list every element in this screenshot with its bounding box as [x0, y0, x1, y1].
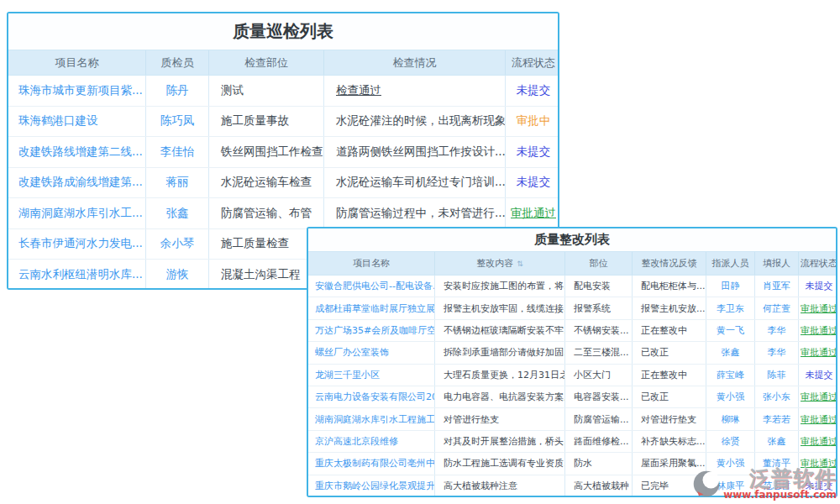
workflow-status[interactable]: 未提交 — [799, 276, 837, 297]
project-name-link[interactable]: 龙湖三千里小区 — [308, 365, 435, 386]
rectification-content: 拆除到承重墙部分请做好加固... — [435, 342, 565, 363]
part: 高大植被栽种 — [565, 475, 633, 497]
inspection-part: 铁丝网围挡工作检查 — [209, 137, 324, 167]
table-row: 安徽合肥供电公司--配电设备...安装时应按施工图的布置，将...配电安装配电柜… — [308, 276, 836, 297]
project-name-link[interactable]: 云南电力设备安装有限公司20... — [308, 386, 435, 407]
workflow-status[interactable]: 未提交 — [506, 76, 559, 106]
reporter-name[interactable]: 肖亚军 — [755, 276, 799, 297]
project-name-link[interactable]: 改建铁路线增建第二线... — [8, 137, 146, 167]
inspector-name[interactable]: 余小琴 — [146, 229, 209, 260]
column-header-label: 整改内容 — [476, 257, 513, 270]
table-row: 湖南洞庭湖水库引水工...张鑫防腐管运输、布管防腐管运输过程中，未对管进行...… — [8, 198, 558, 229]
project-name-link[interactable]: 改建铁路成渝线增建第... — [8, 168, 146, 198]
reporter-name[interactable]: 李华 — [755, 342, 799, 363]
column-header-workflow-status: 流程状态 — [799, 252, 837, 275]
column-header-label: 整改情况反馈 — [642, 257, 697, 270]
inspector-name[interactable]: 陈丹 — [146, 76, 209, 106]
part: 电容器安装... — [565, 386, 633, 407]
feedback: 补齐缺失标志... — [633, 431, 706, 452]
workflow-status[interactable]: 未提交 — [799, 365, 837, 386]
workflow-status[interactable]: 审批通过 — [799, 431, 837, 452]
project-name-link[interactable]: 珠海鹤港口建设 — [8, 107, 146, 137]
project-name-link[interactable]: 湖南洞庭湖水库引水工程施工I标 — [308, 408, 435, 429]
table-row: 龙湖三千里小区大理石质量更换，12月31日之...小区大门正在整改中薛宝峰陈菲未… — [308, 365, 836, 386]
rectification-content: 防水工程施工选调有专业资质... — [435, 453, 565, 474]
inspector-name[interactable]: 陈巧凤 — [146, 107, 209, 137]
column-header-project-name-link: 项目名称 — [308, 252, 435, 275]
assignee-name[interactable]: 田静 — [706, 276, 755, 297]
workflow-status[interactable]: 审批通过 — [799, 297, 837, 318]
workflow-status[interactable]: 审批中 — [506, 107, 559, 137]
inspector-name[interactable]: 游恢 — [146, 260, 209, 290]
inspection-part: 防腐管运输、布管 — [209, 198, 324, 228]
assignee-name[interactable]: 黄小强 — [706, 386, 755, 407]
column-header-label: 检查部位 — [244, 55, 288, 71]
column-header-label: 项目名称 — [55, 55, 99, 71]
column-header-label: 检查情况 — [393, 55, 437, 71]
feedback: 已改正 — [633, 342, 706, 363]
project-name-link[interactable]: 成都杜甫草堂临时展厅独立展... — [308, 297, 435, 318]
reporter-name[interactable]: 张鑫 — [755, 431, 799, 452]
part: 路面维修检... — [565, 431, 633, 452]
inspector-name[interactable]: 蒋丽 — [146, 168, 209, 198]
assignee-name[interactable]: 黄一飞 — [706, 320, 755, 341]
sort-icon[interactable]: ⇅ — [517, 260, 523, 268]
project-name-link[interactable]: 珠海市城市更新项目紫... — [8, 76, 146, 106]
project-name-link[interactable]: 京沪高速北京段维修 — [308, 431, 435, 452]
project-name-link[interactable]: 重庆太极制药有限公司亳州中... — [308, 453, 435, 474]
reporter-name[interactable]: 李若若 — [755, 408, 799, 429]
assignee-name[interactable]: 张鑫 — [706, 342, 755, 363]
fanpu-watermark: 泛普软件 www.fanpusoft.com — [691, 468, 837, 501]
rectification-content: 高大植被栽种注意 — [435, 475, 565, 497]
workflow-status[interactable]: 审批通过 — [506, 198, 559, 228]
column-header-rectification-content: 整改内容⇅ — [435, 252, 565, 275]
assignee-name[interactable]: 柳琳 — [706, 408, 755, 429]
reporter-name[interactable]: 陈菲 — [755, 365, 799, 386]
table-row: 珠海鹤港口建设陈巧凤施工质量事故水泥砼灌注的时候，出现离析现象审批中 — [8, 107, 558, 138]
project-name-link[interactable]: 螺丝厂办公室装饰 — [308, 342, 435, 363]
table-row: 螺丝厂办公室装饰拆除到承重墙部分请做好加固...二至三楼混...已改正张鑫李华审… — [308, 342, 836, 364]
inspector-name[interactable]: 李佳怡 — [146, 137, 209, 167]
project-name-link[interactable]: 长春市伊通河水力发电... — [8, 229, 146, 260]
inspection-part: 测试 — [209, 76, 324, 106]
inspection-situation[interactable]: 检查通过 — [324, 76, 506, 106]
project-name-link[interactable]: 湖南洞庭湖水库引水工... — [8, 198, 146, 228]
assignee-name[interactable]: 李卫东 — [706, 297, 755, 318]
project-name-link[interactable]: 万达广场35#会所及咖啡厅空... — [308, 320, 435, 341]
feedback: 对管进行垫支 — [633, 408, 706, 429]
workflow-status[interactable]: 未提交 — [506, 137, 559, 167]
inspector-name[interactable]: 张鑫 — [146, 198, 209, 228]
column-header-assignee-name: 指派人员 — [706, 252, 755, 275]
column-header-inspector-name: 质检员 — [146, 50, 209, 75]
inspection-table-title: 质量巡检列表 — [8, 13, 558, 50]
inspection-part: 施工质量事故 — [209, 107, 324, 137]
project-name-link[interactable]: 重庆市鹅岭公园绿化景观提升... — [308, 475, 435, 497]
column-header-feedback: 整改情况反馈 — [633, 252, 706, 275]
assignee-name[interactable]: 薛宝峰 — [706, 365, 755, 386]
table-row: 万达广场35#会所及咖啡厅空...不锈钢边框玻璃隔断安装不牢...不锈钢安装..… — [308, 320, 836, 342]
rectification-content: 大理石质量更换，12月31日之... — [435, 365, 565, 386]
fanpu-logo-icon — [691, 469, 722, 499]
reporter-name[interactable]: 张小东 — [755, 386, 799, 407]
part: 配电安装 — [565, 276, 633, 297]
project-name-link[interactable]: 云南水利枢纽潜明水库... — [8, 260, 146, 290]
rectification-content: 对管进行垫支 — [435, 408, 565, 429]
rectification-content: 不锈钢边框玻璃隔断安装不牢... — [435, 320, 565, 341]
inspection-header-row: 项目名称质检员检查部位检查情况流程状态 — [8, 50, 558, 76]
project-name-link[interactable]: 安徽合肥供电公司--配电设备... — [308, 276, 435, 297]
inspection-part: 水泥砼运输车检查 — [209, 168, 324, 198]
workflow-status[interactable]: 审批通过 — [799, 342, 837, 363]
reporter-name[interactable]: 李华 — [755, 320, 799, 341]
workflow-status[interactable]: 审批通过 — [799, 320, 837, 341]
workflow-status[interactable]: 审批通过 — [799, 386, 837, 407]
rectification-content: 电力电容器、电抗器安装方案,... — [435, 386, 565, 407]
assignee-name[interactable]: 徐贤 — [706, 431, 755, 452]
column-header-label: 流程状态 — [801, 257, 837, 270]
column-header-label: 质检员 — [161, 55, 194, 71]
table-row: 改建铁路线增建第二线...李佳怡铁丝网围挡工作检查道路两侧铁丝网围挡工作按设计.… — [8, 137, 558, 168]
reporter-name[interactable]: 何芷萱 — [755, 297, 799, 318]
rectification-content: 安装时应按施工图的布置，将... — [435, 276, 565, 297]
workflow-status[interactable]: 审批通过 — [799, 408, 837, 429]
workflow-status[interactable]: 未提交 — [506, 168, 559, 198]
part: 防腐管运输... — [565, 408, 633, 429]
